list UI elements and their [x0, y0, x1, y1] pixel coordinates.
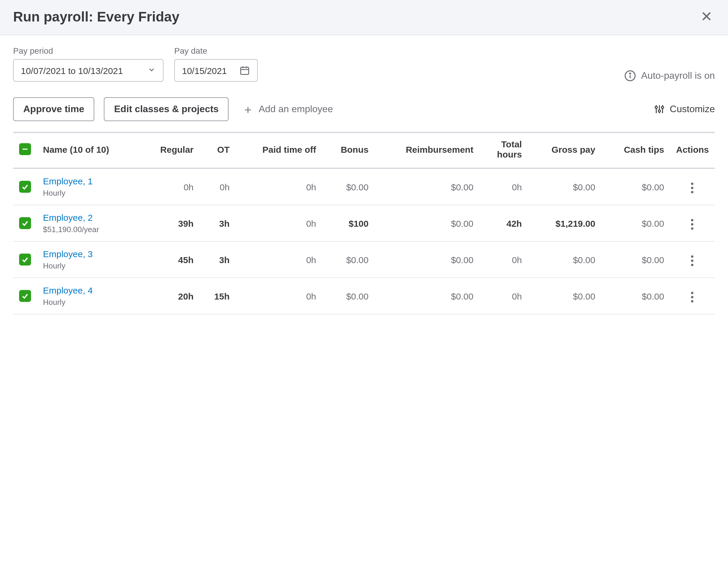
cell-cash-tips[interactable]: $0.00	[601, 278, 670, 314]
cell-regular[interactable]: 20h	[140, 278, 200, 314]
cell-reimbursement[interactable]: $0.00	[374, 314, 479, 322]
auto-payroll-status: Auto-payroll is on	[624, 70, 715, 82]
table-row: Employee, 5 Hourly 24h 15h 0h $0.00 $0.0…	[13, 314, 715, 322]
th-bonus: Bonus	[322, 132, 375, 168]
cell-cash-tips[interactable]: $0.00	[601, 205, 670, 241]
table-row: Employee, 1 Hourly 0h 0h 0h $0.00 $0.00 …	[13, 168, 715, 205]
row-checkbox[interactable]	[19, 217, 31, 229]
cell-regular[interactable]: 0h	[140, 168, 200, 205]
svg-point-10	[658, 110, 661, 112]
edit-classes-projects-button[interactable]: Edit classes & projects	[104, 97, 229, 121]
cell-pto[interactable]: 0h	[236, 205, 322, 241]
cell-ot[interactable]: 15h	[200, 278, 236, 314]
payroll-table: Name (10 of 10) Regular OT Paid time off…	[13, 132, 715, 322]
th-total-hours: Totalhours	[479, 132, 528, 168]
cell-bonus[interactable]: $0.00	[322, 241, 375, 278]
employee-name-link[interactable]: Employee, 1	[43, 176, 134, 186]
cell-pto[interactable]: 0h	[236, 314, 322, 322]
cell-gross-pay: $0.00	[528, 278, 601, 314]
employee-subtitle: Hourly	[43, 189, 65, 198]
cell-pto[interactable]: 0h	[236, 241, 322, 278]
employee-subtitle: $51,190.00/year	[43, 225, 99, 234]
th-ot: OT	[200, 132, 236, 168]
pay-period-field: Pay period 10/07/2021 to 10/13/2021	[13, 46, 163, 82]
employee-name-link[interactable]: Employee, 3	[43, 249, 134, 259]
cell-reimbursement[interactable]: $0.00	[374, 241, 479, 278]
cell-reimbursement[interactable]: $0.00	[374, 205, 479, 241]
auto-payroll-text: Auto-payroll is on	[641, 71, 715, 81]
select-all-checkbox[interactable]	[19, 143, 31, 155]
cell-gross-pay: $0.00	[528, 241, 601, 278]
row-checkbox[interactable]	[19, 181, 31, 193]
cell-gross-pay: $1,219.00	[528, 205, 601, 241]
calendar-icon	[239, 65, 250, 76]
customize-button[interactable]: Customize	[654, 104, 715, 115]
row-actions-menu[interactable]	[688, 215, 697, 233]
cell-cash-tips[interactable]: $0.00	[601, 168, 670, 205]
pay-period-select[interactable]: 10/07/2021 to 10/13/2021	[13, 59, 163, 82]
info-icon[interactable]	[624, 70, 636, 82]
cell-ot[interactable]: 3h	[200, 205, 236, 241]
page-title: Run payroll: Every Friday	[13, 9, 179, 25]
svg-rect-0	[241, 68, 249, 75]
svg-point-6	[630, 73, 631, 74]
row-actions-menu[interactable]	[688, 252, 697, 270]
cell-pto[interactable]: 0h	[236, 168, 322, 205]
cell-total-hours: 0h	[479, 278, 528, 314]
cell-pto[interactable]: 0h	[236, 278, 322, 314]
cell-bonus[interactable]: $0.00	[322, 314, 375, 322]
table-row: Employee, 4 Hourly 20h 15h 0h $0.00 $0.0…	[13, 278, 715, 314]
cell-bonus[interactable]: $0.00	[322, 278, 375, 314]
cell-total-hours: 42h	[479, 205, 528, 241]
pay-date-field: Pay date 10/15/2021	[174, 46, 258, 82]
th-checkbox	[13, 132, 37, 168]
th-gross-pay: Gross pay	[528, 132, 601, 168]
table-row: Employee, 3 Hourly 45h 3h 0h $0.00 $0.00…	[13, 241, 715, 278]
th-regular: Regular	[140, 132, 200, 168]
close-icon[interactable]: ✕	[698, 8, 715, 25]
cell-bonus[interactable]: $0.00	[322, 168, 375, 205]
pay-period-label: Pay period	[13, 46, 163, 55]
plus-icon: ＋	[242, 103, 254, 115]
toolbar: Approve time Edit classes & projects ＋ A…	[0, 88, 728, 132]
svg-point-8	[655, 106, 658, 109]
dialog-header: Run payroll: Every Friday ✕	[0, 0, 728, 35]
employee-name-link[interactable]: Employee, 2	[43, 212, 134, 223]
row-checkbox[interactable]	[19, 254, 31, 265]
cell-regular[interactable]: 45h	[140, 241, 200, 278]
pay-date-input[interactable]: 10/15/2021	[174, 59, 258, 82]
approve-time-button[interactable]: Approve time	[13, 97, 95, 121]
cell-reimbursement[interactable]: $0.00	[374, 168, 479, 205]
sliders-icon	[654, 104, 665, 115]
th-reimbursement: Reimbursement	[374, 132, 479, 168]
row-actions-menu[interactable]	[688, 179, 697, 197]
th-pto: Paid time off	[236, 132, 322, 168]
cell-cash-tips[interactable]: $0.00	[601, 314, 670, 322]
cell-total-hours: 0h	[479, 168, 528, 205]
row-actions-menu[interactable]	[688, 288, 697, 306]
cell-ot[interactable]: 15h	[200, 314, 236, 322]
employee-name-link[interactable]: Employee, 4	[43, 285, 134, 295]
chevron-down-icon	[147, 65, 156, 76]
svg-point-12	[662, 106, 664, 109]
cell-reimbursement[interactable]: $0.00	[374, 278, 479, 314]
cell-regular[interactable]: 39h	[140, 205, 200, 241]
cell-gross-pay: $0.00	[528, 168, 601, 205]
employee-subtitle: Hourly	[43, 261, 65, 270]
cell-ot[interactable]: 3h	[200, 241, 236, 278]
cell-cash-tips[interactable]: $0.00	[601, 241, 670, 278]
employee-subtitle: Hourly	[43, 298, 65, 307]
cell-ot[interactable]: 0h	[200, 168, 236, 205]
th-cash-tips: Cash tips	[601, 132, 670, 168]
cell-bonus[interactable]: $100	[322, 205, 375, 241]
add-employee-button[interactable]: ＋ Add an employee	[238, 98, 337, 120]
cell-gross-pay: $0.00	[528, 314, 601, 322]
customize-label: Customize	[670, 104, 715, 115]
table-row: Employee, 2 $51,190.00/year 39h 3h 0h $1…	[13, 205, 715, 241]
cell-regular[interactable]: 24h	[140, 314, 200, 322]
row-checkbox[interactable]	[19, 290, 31, 302]
pay-date-value: 10/15/2021	[182, 65, 227, 76]
th-actions: Actions	[670, 132, 715, 168]
controls-row: Pay period 10/07/2021 to 10/13/2021 Pay …	[0, 35, 728, 88]
cell-total-hours: 0h	[479, 314, 528, 322]
